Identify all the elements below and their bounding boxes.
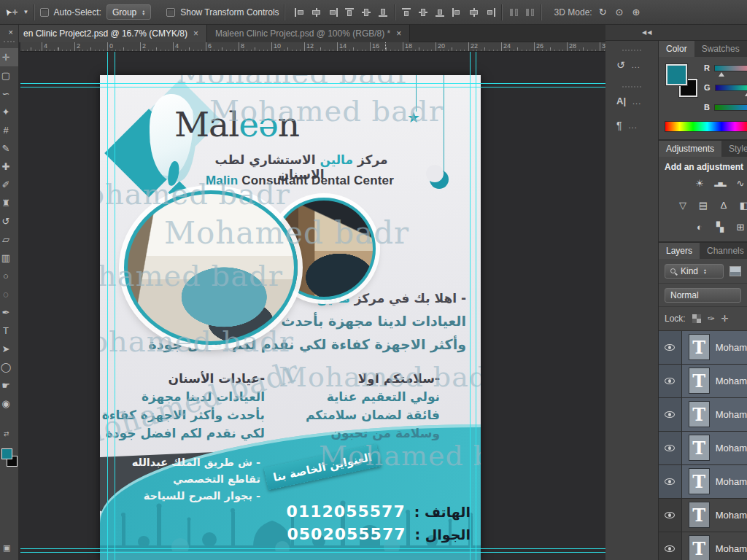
- tab-adjustments[interactable]: Adjustments: [659, 141, 721, 157]
- gradient-tool[interactable]: ▥: [0, 249, 18, 267]
- lock-transparent-pixels-icon[interactable]: [692, 314, 701, 323]
- tab-swatches[interactable]: Swatches: [694, 41, 747, 57]
- horizontal-ruler[interactable]: 42024681012141618202224262830: [20, 42, 605, 52]
- character-panel-button[interactable]: A|...: [605, 89, 658, 113]
- layer-row[interactable]: TMoham: [659, 499, 747, 532]
- text-layer-thumbnail[interactable]: T: [689, 535, 710, 560]
- guide-vertical[interactable]: [470, 52, 471, 560]
- rect-marquee-tool[interactable]: ▢: [0, 66, 18, 85]
- guide-horizontal[interactable]: [20, 552, 605, 553]
- foreground-color-swatch[interactable]: [666, 64, 687, 85]
- blur-tool[interactable]: ○: [0, 267, 18, 285]
- align-horizontal-centers-icon[interactable]: [310, 7, 322, 18]
- collapse-panels-icon[interactable]: ◀◀: [642, 29, 652, 36]
- eyedropper-tool[interactable]: ✎: [0, 139, 18, 158]
- lasso-tool[interactable]: ∽: [0, 85, 18, 103]
- brush-tool[interactable]: ✐: [0, 176, 18, 194]
- tab-styles[interactable]: Style: [721, 141, 747, 157]
- eraser-tool[interactable]: ▱: [0, 230, 18, 249]
- text-layer-thumbnail[interactable]: T: [689, 468, 710, 494]
- vibrance-adjustment-icon[interactable]: ▽: [676, 199, 690, 211]
- layer-visibility-toggle[interactable]: [659, 365, 682, 397]
- 3d-drag-icon[interactable]: ⊕: [632, 7, 640, 18]
- auto-select-target-dropdown[interactable]: Group ▲▼: [107, 4, 151, 20]
- guide-horizontal[interactable]: [20, 83, 605, 84]
- show-transform-checkbox[interactable]: [166, 8, 175, 17]
- channel-mixer-adjustment-icon[interactable]: ▚: [713, 221, 727, 233]
- distribute-bottom-edges-icon[interactable]: [434, 7, 446, 18]
- history-brush-tool[interactable]: ↺: [0, 212, 18, 230]
- layer-row[interactable]: TMoham: [659, 532, 747, 560]
- panel-grip[interactable]: [4, 41, 15, 42]
- ellipse-tool[interactable]: ◯: [0, 358, 18, 376]
- guide-horizontal[interactable]: [20, 548, 605, 549]
- guide-vertical[interactable]: [107, 52, 108, 560]
- 3d-roll-icon[interactable]: ⊙: [616, 7, 624, 18]
- swap-colors-icon[interactable]: ⇄: [4, 430, 9, 438]
- clone-stamp-tool[interactable]: ♜: [0, 194, 18, 212]
- foreground-color-swatch[interactable]: [1, 448, 12, 459]
- path-select-tool[interactable]: ➤: [0, 340, 18, 358]
- canvas-area[interactable]: Maleən مركز مالين الاستشاري لطب الاسنان …: [20, 52, 605, 560]
- align-bottom-edges-icon[interactable]: [377, 7, 390, 18]
- quick-select-tool[interactable]: ✦: [0, 103, 18, 121]
- distribute-right-edges-icon[interactable]: [484, 7, 497, 18]
- tab-color[interactable]: Color: [659, 41, 694, 57]
- levels-adjustment-icon[interactable]: ▂▅▂: [713, 177, 727, 189]
- blend-mode-dropdown[interactable]: Normal: [665, 288, 741, 303]
- blue-slider[interactable]: [714, 104, 747, 111]
- panel-grip[interactable]: [622, 86, 641, 88]
- flyer-document[interactable]: Maleən مركز مالين الاستشاري لطب الاسنان …: [100, 75, 481, 560]
- color-spectrum-ramp[interactable]: [665, 121, 747, 132]
- align-top-edges-icon[interactable]: [344, 7, 356, 18]
- layer-row[interactable]: TMoham: [659, 465, 747, 499]
- tool-preset-caret-icon[interactable]: ▼: [23, 9, 29, 15]
- align-left-edges-icon[interactable]: [293, 7, 306, 18]
- curves-adjustment-icon[interactable]: ∿: [733, 177, 747, 189]
- dodge-tool[interactable]: ◌: [0, 285, 18, 303]
- paragraph-panel-button[interactable]: ¶...: [605, 113, 658, 138]
- red-slider[interactable]: [714, 65, 747, 71]
- spot-heal-tool[interactable]: ✚: [0, 158, 18, 176]
- color-balance-adjustment-icon[interactable]: ∆: [716, 199, 731, 211]
- distribute-left-edges-icon[interactable]: [451, 7, 463, 18]
- layer-visibility-toggle[interactable]: [659, 398, 682, 431]
- close-tab-icon[interactable]: ×: [396, 28, 401, 39]
- tab-layers[interactable]: Layers: [659, 243, 700, 259]
- tab-channels[interactable]: Channels: [700, 243, 747, 259]
- photo-filter-adjustment-icon[interactable]: ◐: [692, 221, 707, 233]
- filter-kind-dropdown[interactable]: Kind ▲▼: [665, 264, 724, 279]
- text-layer-thumbnail[interactable]: T: [689, 435, 710, 461]
- text-layer-thumbnail[interactable]: T: [689, 502, 710, 528]
- layer-visibility-toggle[interactable]: [659, 331, 682, 364]
- document-tab-2[interactable]: Maleen Clinic Project.psd @ 100% (RGB/8)…: [207, 25, 410, 42]
- layer-visibility-toggle[interactable]: [659, 532, 682, 560]
- align-vertical-centers-icon[interactable]: [360, 7, 373, 18]
- auto-select-checkbox[interactable]: [40, 8, 49, 17]
- zoom-tool[interactable]: ◉: [0, 394, 18, 413]
- distribute-vertical-centers-icon[interactable]: [417, 7, 430, 18]
- align-right-edges-icon[interactable]: [327, 7, 339, 18]
- crop-tool[interactable]: #: [0, 121, 18, 139]
- distribute-spacing-horizontal-icon[interactable]: [524, 7, 536, 18]
- layer-visibility-toggle[interactable]: [659, 432, 682, 464]
- layer-row[interactable]: TMoham: [659, 365, 747, 398]
- lock-position-icon[interactable]: ✛: [721, 314, 729, 324]
- hue-saturation-adjustment-icon[interactable]: ▤: [696, 199, 711, 211]
- close-panel-icon[interactable]: ×: [9, 28, 13, 36]
- distribute-spacing-vertical-icon[interactable]: [508, 7, 520, 18]
- brightness-contrast-adjustment-icon[interactable]: ☀: [692, 177, 707, 189]
- hand-tool[interactable]: ☛: [0, 376, 18, 394]
- lock-image-pixels-icon[interactable]: ✑: [708, 314, 715, 324]
- guide-horizontal[interactable]: [20, 87, 605, 88]
- black-white-adjustment-icon[interactable]: ◧: [737, 199, 747, 211]
- close-tab-icon[interactable]: ×: [193, 28, 198, 39]
- green-slider[interactable]: [715, 85, 747, 91]
- layer-row[interactable]: TMoham: [659, 432, 747, 465]
- text-layer-thumbnail[interactable]: T: [689, 334, 710, 360]
- 3d-rotate-icon[interactable]: ↻: [599, 7, 607, 18]
- text-layer-thumbnail[interactable]: T: [689, 368, 710, 394]
- layer-row[interactable]: TMoham: [659, 398, 747, 432]
- quick-mask-icon[interactable]: ▣: [3, 543, 10, 553]
- distribute-horizontal-centers-icon[interactable]: [468, 7, 480, 18]
